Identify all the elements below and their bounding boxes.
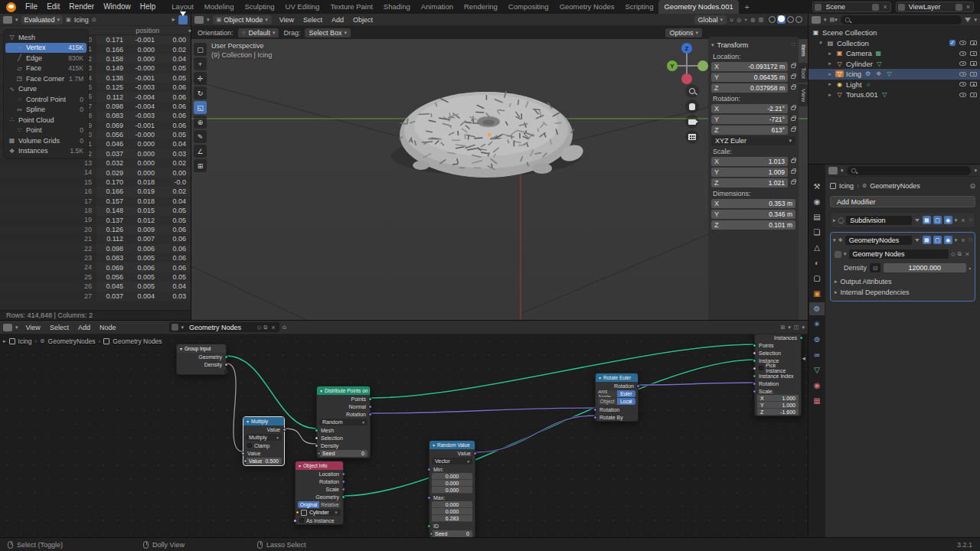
rotate-tool[interactable]: ↻ (194, 86, 207, 99)
collapse-icon[interactable]: ▾ (833, 237, 836, 243)
node-snap-icon[interactable]: ⊞ (780, 324, 785, 331)
toggle-option-relative[interactable]: Relative (319, 501, 341, 508)
table-row[interactable]: 230.0830.0050.06 (0, 253, 191, 262)
cursor-tool[interactable]: + (194, 57, 207, 70)
properties-tab-world[interactable]: ◐ (809, 256, 825, 269)
unlink-icon[interactable]: × (964, 250, 971, 258)
output-socket[interactable] (224, 355, 228, 359)
breadcrumb-modifier[interactable]: GeometryNodes (870, 182, 920, 190)
node-header[interactable]: ▾Rotate Euler (596, 373, 638, 382)
extras-chevron-icon[interactable]: ▾ (955, 237, 958, 243)
breadcrumb-object[interactable]: Icing (839, 182, 854, 190)
outliner-scene-collection[interactable]: ▣Scene Collection (808, 28, 980, 38)
select-box-tool[interactable]: ▢ (194, 43, 207, 56)
data-source-face-corner[interactable]: ◳Face Corner1.7M (5, 73, 87, 84)
lock-icon[interactable] (791, 86, 795, 90)
menu-file[interactable]: File (21, 0, 42, 14)
outliner-filter-icon[interactable] (965, 18, 971, 22)
toggle-option-local[interactable]: Local (617, 398, 636, 405)
workspace-tab-geometry-nodes[interactable]: Geometry Nodes (554, 0, 620, 14)
new-scene-icon[interactable] (872, 4, 879, 11)
breadcrumb-chevron-icon[interactable]: ▸ (3, 338, 6, 344)
unlink-scene-icon[interactable]: × (881, 3, 888, 11)
dimensions-x-field[interactable]: X0.353 m (711, 199, 795, 208)
output-socket[interactable] (283, 428, 286, 432)
properties-tab-object-data[interactable]: ▽ (809, 364, 825, 377)
output-socket[interactable] (341, 480, 345, 484)
vector-component[interactable]: 0.000 (432, 480, 472, 487)
toggle-option-original[interactable]: Original (298, 501, 319, 508)
scale-z-field[interactable]: Z-1.600 (757, 409, 799, 416)
breadcrumb-object[interactable]: Icing (18, 337, 32, 345)
orientation-dropdown[interactable]: ⊹ Default▾ (238, 28, 279, 37)
lock-icon[interactable] (791, 159, 795, 163)
input-socket[interactable] (753, 351, 756, 355)
disable-render-icon[interactable] (970, 93, 977, 97)
collapse-chevron-icon[interactable]: ▾ (599, 375, 601, 380)
hide-eye-icon[interactable] (959, 82, 966, 86)
properties-tab-view-layer[interactable]: ❏ (809, 226, 825, 239)
properties-tab-physics[interactable]: ⊚ (809, 333, 825, 346)
lock-icon[interactable] (791, 128, 795, 132)
perspective-toggle-button[interactable] (685, 130, 699, 144)
table-row[interactable]: 270.0370.0040.03 (0, 292, 191, 301)
breadcrumb-node-tree[interactable]: Geometry Nodes (113, 337, 162, 345)
toggle-option-object[interactable]: Object (598, 398, 617, 405)
scene-name[interactable]: Scene (824, 3, 870, 11)
properties-tab-collection[interactable]: ▢ (809, 272, 825, 285)
density-value-field[interactable]: 12000.000 (884, 263, 966, 272)
shading-wireframe-icon[interactable] (769, 16, 776, 23)
pan-button[interactable] (685, 99, 699, 113)
table-row[interactable]: 130.0320.0000.02 (0, 158, 191, 168)
menu-edit[interactable]: Edit (42, 0, 64, 14)
lock-icon[interactable] (791, 64, 795, 68)
collapse-chevron-icon[interactable]: ▾ (320, 388, 322, 393)
transform-orientation-dropdown[interactable]: Global▾ (694, 15, 727, 24)
properties-tab-modifiers[interactable]: ⚙ (809, 302, 825, 315)
overlays-icon[interactable]: ◍ (750, 17, 755, 23)
menu-render[interactable]: Render (64, 0, 99, 14)
input-socket[interactable] (753, 374, 756, 378)
input-socket[interactable] (427, 496, 431, 500)
dimensions-y-field[interactable]: Y0.346 m (711, 210, 795, 219)
viewport-editor-chevron-icon[interactable]: ▾ (207, 17, 210, 23)
sidebar-tab-view[interactable]: View (799, 84, 808, 106)
menu-window[interactable]: Window (99, 0, 136, 14)
hide-eye-icon[interactable] (959, 72, 966, 77)
edit-mode-toggle-icon[interactable] (915, 238, 920, 241)
vector-component[interactable]: 0.000 (432, 501, 472, 508)
properties-tab-output[interactable]: ▤ (809, 210, 825, 223)
properties-tab-material[interactable]: ◉ (809, 379, 825, 392)
drag-grip-icon[interactable]: ∷ (969, 217, 972, 223)
viewport-menu-object[interactable]: Object (348, 14, 377, 27)
sidebar-tab-tool[interactable]: Tool (799, 63, 808, 83)
transform-panel-header[interactable]: ▾ Transform ∷ (711, 39, 795, 51)
checkbox-icon[interactable] (759, 366, 763, 370)
position-column-label[interactable]: position (107, 27, 188, 34)
node-multiply[interactable]: ▾MultiplyValueMultiply▾ClampValueValue0.… (243, 416, 285, 466)
vector-component[interactable]: 0.000 (432, 473, 472, 480)
node-distribute-points-on-faces[interactable]: ▾Distribute Points on FacesPointsNormalR… (316, 386, 371, 458)
node-tree-icon[interactable] (835, 251, 841, 258)
outliner-search[interactable] (841, 15, 962, 24)
data-source-instances[interactable]: ❖Instances1.5K (5, 146, 87, 157)
output-socket[interactable] (368, 412, 372, 416)
node-field-seed[interactable]: Seed0 (432, 530, 472, 537)
hide-eye-icon[interactable] (959, 93, 966, 97)
collapse-chevron-icon[interactable]: ▾ (247, 419, 249, 424)
node-object-info[interactable]: ▾Object InfoLocationRotationScaleGeometr… (295, 461, 344, 525)
internal-dependencies-section[interactable]: ▸Internal Dependencies (835, 287, 971, 298)
gizmo-minus-z-axis[interactable] (681, 73, 692, 84)
rotation-z-field[interactable]: Z613° (711, 126, 788, 135)
output-socket[interactable] (341, 495, 345, 499)
menu-help[interactable]: Help (136, 0, 161, 14)
checkbox-icon[interactable] (247, 443, 252, 448)
properties-tab-render[interactable]: ◉ (809, 195, 825, 208)
node-group-selector[interactable]: ▾ Geometry Nodes ◇ ⧉ × (169, 322, 279, 332)
workspace-tab-modeling[interactable]: Modeling (199, 0, 240, 14)
measure-tool[interactable]: ∠ (194, 145, 207, 158)
node-options-icon[interactable]: ▾ (802, 324, 805, 331)
table-row[interactable]: 250.0560.0050.05 (0, 272, 191, 282)
properties-tab-scene[interactable]: △ (809, 241, 825, 254)
location-z-field[interactable]: Z0.037958 m (711, 83, 788, 93)
